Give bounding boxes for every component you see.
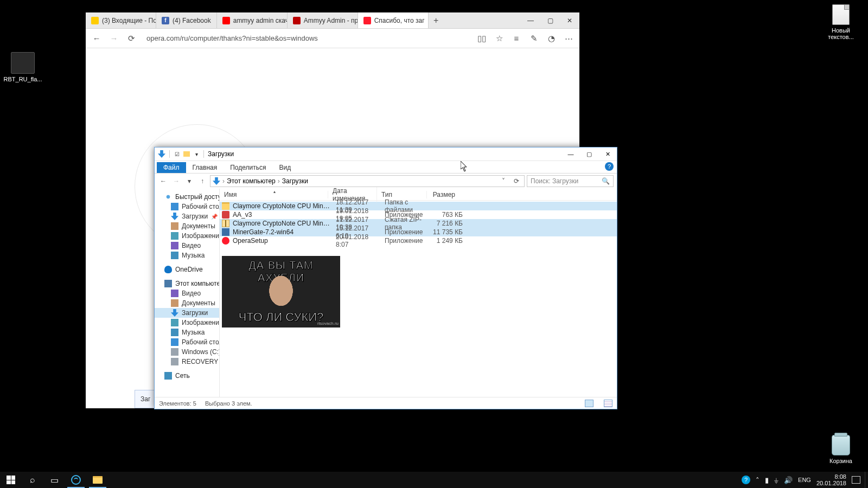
explorer-titlebar[interactable]: ☑ ▾ Загрузки — ▢ ✕ [155,147,617,161]
explorer-minimize-button[interactable]: — [561,147,580,161]
desktop-icon-textfile[interactable]: Новый текстов... [820,4,861,40]
search-button[interactable]: ⌕ [22,472,43,488]
reading-list-button[interactable]: ≡ [511,33,522,44]
volume-icon[interactable]: 🔊 [784,476,793,484]
browser-maximize-button[interactable]: ▢ [540,12,560,28]
app-icon [222,211,229,219]
help-button[interactable]: ? [605,162,614,171]
reader-button[interactable]: ▯▯ [476,33,487,44]
refresh-button[interactable]: ⟳ [511,176,522,187]
nav-pc-desktop[interactable]: Рабочий стол [155,337,219,347]
breadcrumb[interactable]: › Этот компьютер › Загрузки ˅ ⟳ [210,175,525,187]
col-type[interactable]: Тип [377,191,427,198]
ribbon-share-tab[interactable]: Поделиться [224,162,272,173]
view-details-button[interactable] [585,400,593,407]
breadcrumb-item[interactable]: Этот компьютер [227,177,276,185]
desktop-icon-recycle[interactable]: Корзина [820,435,861,464]
language-indicator[interactable]: ENG [798,477,811,483]
breadcrumb-dropdown[interactable]: ˅ [498,176,509,187]
more-button[interactable]: ⋯ [563,33,574,44]
qat-dropdown-button[interactable]: ▾ [192,150,201,158]
search-input[interactable]: Поиск: Загрузки 🔍 [527,175,614,187]
task-view-button[interactable]: ▭ [43,472,65,488]
file-row[interactable]: OperaSetup 20.01.2018 8:07 Приложение 1 … [220,236,617,245]
file-row[interactable]: MinerGate-7.2-win64 15.12.2017 6:19 Прил… [220,228,617,236]
battery-icon[interactable]: ▮ [765,476,769,484]
nav-forward-button[interactable]: → [171,176,182,187]
ribbon-view-tab[interactable]: Вид [272,162,297,173]
favorite-button[interactable]: ☆ [494,33,505,44]
breadcrumb-item[interactable]: Загрузки [282,177,308,185]
qat-newfolder-button[interactable] [183,151,190,157]
taskbar-edge[interactable] [65,472,87,488]
file-list[interactable]: Claymore CryptoNote CPU Miner v3.9 - ...… [220,201,617,397]
tab-label: (4) Facebook [173,17,211,24]
search-icon: 🔍 [602,177,610,185]
browser-minimize-button[interactable]: — [521,12,540,28]
nav-videos[interactable]: Видео [155,241,219,251]
file-row[interactable]: Claymore CryptoNote CPU Miner v3.9 - ...… [220,219,617,228]
folder-icon [222,202,229,210]
nav-network[interactable]: Сеть [155,371,219,381]
col-name[interactable]: ▴Имя [220,191,328,198]
nav-onedrive[interactable]: OneDrive [155,265,219,274]
nav-pc-downloads[interactable]: Загрузки [155,308,219,318]
file-pane: ▴Имя Дата изменения Тип Размер Claymore … [220,189,617,397]
file-row[interactable]: Claymore CryptoNote CPU Miner v3.9 - ...… [220,202,617,210]
nav-downloads[interactable]: Загрузки📌 [155,211,219,221]
nav-desktop[interactable]: Рабочий стол📌 [155,202,219,211]
reload-button[interactable]: ⟳ [126,33,137,44]
desktop-icon-label: Новый текстов... [820,27,861,40]
nav-pc-documents[interactable]: Документы [155,298,219,308]
drive-icon [171,358,178,365]
zip-icon [222,220,229,227]
explorer-close-button[interactable]: ✕ [598,147,617,161]
nav-documents[interactable]: Документы📌 [155,221,219,231]
nav-pc-music[interactable]: Музыка [155,328,219,337]
tab-ammyy[interactable]: Ammyy Admin - про [288,12,358,28]
new-tab-button[interactable]: + [429,12,444,28]
back-button[interactable]: ← [91,33,102,44]
tab-label: Спасибо, что заг [374,17,425,24]
qat-properties-button[interactable]: ☑ [173,150,181,158]
notes-button[interactable]: ✎ [528,33,539,44]
music-icon [171,252,178,259]
view-large-icons-button[interactable] [604,400,612,407]
tab-opera[interactable]: Спасибо, что заг✕ [358,12,429,28]
nav-music[interactable]: Музыка [155,251,219,260]
desktop-icon-rbt[interactable]: RBT_RU_fla... [2,52,43,82]
nav-back-button[interactable]: ← [158,176,169,187]
show-desktop-button[interactable] [865,472,868,488]
col-date[interactable]: Дата изменения [328,187,377,202]
tab-yandex-mail[interactable]: (3) Входящие - Почт [86,12,156,28]
nav-this-pc[interactable]: Этот компьютер [155,279,219,288]
music-icon [171,329,178,336]
forward-button[interactable]: → [108,33,119,44]
taskbar-explorer[interactable] [87,472,108,488]
nav-recent-button[interactable]: ▾ [184,176,195,187]
explorer-maximize-button[interactable]: ▢ [580,147,598,161]
share-button[interactable]: ◔ [546,33,557,44]
tab-facebook[interactable]: f(4) Facebook [156,12,217,28]
ribbon-file-tab[interactable]: Файл [157,162,186,173]
tray-chevron-icon[interactable]: ˄ [756,476,760,484]
nav-drive-d[interactable]: RECOVERY (D:) [155,357,219,367]
clock[interactable]: 8:08 20.01.2018 [816,473,846,486]
nav-pc-videos[interactable]: Видео [155,288,219,298]
nav-drive-c[interactable]: Windows (C:) [155,347,219,357]
wifi-icon[interactable]: ⏚ [774,476,778,484]
help-tray-icon[interactable]: ? [742,476,750,484]
col-size[interactable]: Размер [427,191,459,198]
status-item-count: Элементов: 5 [159,400,196,407]
tab-yandex-search[interactable]: ammyy admin скачат [217,12,288,28]
start-button[interactable] [0,472,22,488]
nav-pc-pictures[interactable]: Изображения [155,318,219,328]
nav-up-button[interactable]: ↑ [197,176,208,187]
image-thumbnail[interactable]: ДА ВЫ ТАМ АХУЕЛИ ЧТО ЛИ СУКИ? risovach.r… [222,256,340,328]
browser-close-button[interactable]: ✕ [560,12,579,28]
action-center-icon[interactable] [852,476,860,484]
nav-pictures[interactable]: Изображения📌 [155,231,219,241]
address-bar[interactable]: opera.com/ru/computer/thanks?ni=stable&o… [143,32,470,44]
ribbon-home-tab[interactable]: Главная [186,162,224,173]
nav-quick-access[interactable]: Быстрый доступ [155,192,219,202]
